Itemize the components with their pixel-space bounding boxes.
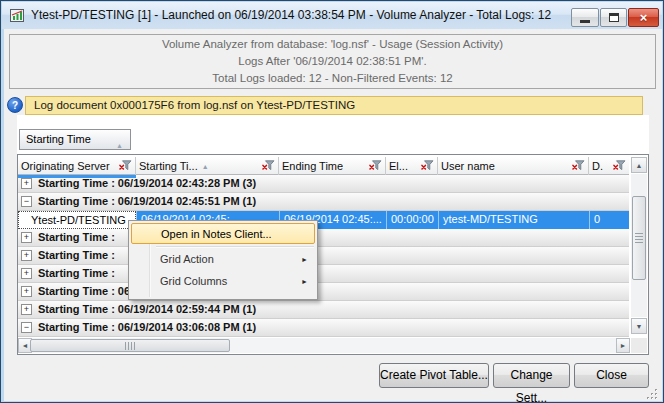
sort-asc-icon: ▲ bbox=[202, 163, 209, 170]
title-bar[interactable]: Ytest-PD/TESTING [1] - Launched on 06/19… bbox=[2, 2, 662, 29]
filter-icon[interactable] bbox=[369, 157, 382, 175]
info-line-database: Volume Analyzer from database: 'log.nsf'… bbox=[162, 36, 503, 53]
create-pivot-table-button[interactable]: Create Pivot Table... bbox=[379, 363, 489, 388]
expand-icon[interactable]: + bbox=[21, 268, 32, 279]
filter-icon[interactable] bbox=[421, 157, 434, 175]
column-header-originating-server[interactable]: Originating Server bbox=[18, 157, 136, 175]
filter-icon[interactable] bbox=[572, 157, 585, 175]
submenu-arrow-icon: ► bbox=[301, 272, 308, 292]
info-line-logs-after: Logs After '06/19/2014 02:38:51 PM'. bbox=[238, 53, 427, 70]
scroll-up-button[interactable]: ▲ bbox=[631, 157, 647, 173]
vertical-scroll-thumb[interactable] bbox=[632, 196, 646, 280]
status-bar: Log document 0x000175F6 from log.nsf on … bbox=[25, 96, 643, 115]
app-icon bbox=[10, 8, 25, 23]
menu-separator bbox=[156, 246, 314, 247]
sort-asc-icon: ▲ bbox=[116, 136, 123, 155]
column-highlight-strip bbox=[18, 175, 136, 178]
group-by-area: Starting Time ▲ bbox=[17, 115, 649, 154]
collapse-icon[interactable]: − bbox=[21, 322, 32, 333]
group-row[interactable]: + Starting Time : 06/19/2014 02:59:44 PM… bbox=[18, 301, 629, 319]
expand-icon[interactable]: + bbox=[21, 286, 32, 297]
expand-icon[interactable]: + bbox=[21, 250, 32, 261]
help-icon: ? bbox=[12, 100, 18, 111]
column-header-starting-time[interactable]: Starting Ti... ▲ bbox=[136, 157, 279, 175]
horizontal-scroll-thumb[interactable] bbox=[30, 339, 230, 352]
submenu-arrow-icon: ► bbox=[301, 250, 308, 270]
grid-header: Originating Server Starting Ti... ▲ Endi… bbox=[18, 157, 629, 175]
scroll-down-icon: ▼ bbox=[636, 323, 643, 330]
cell-elapsed[interactable]: 00:00:00 bbox=[386, 211, 438, 229]
cell-d[interactable]: 0 bbox=[589, 211, 629, 229]
minimize-button[interactable] bbox=[571, 8, 599, 27]
scroll-down-button[interactable]: ▼ bbox=[631, 318, 647, 334]
log-grid: Originating Server Starting Ti... ▲ Endi… bbox=[17, 154, 649, 355]
cell-originating-server[interactable]: Ytest-PD/TESTING bbox=[18, 211, 136, 229]
expand-icon[interactable]: + bbox=[21, 178, 32, 189]
filter-icon[interactable] bbox=[613, 157, 626, 175]
cell-user-name[interactable]: ytest-MD/TESTING bbox=[438, 211, 589, 229]
group-row[interactable]: − Starting Time : 06/19/2014 02:45:51 PM… bbox=[18, 193, 629, 211]
group-row[interactable]: + Starting Time : bbox=[18, 229, 629, 247]
volume-analyzer-window: Ytest-PD/TESTING [1] - Launched on 06/19… bbox=[0, 0, 664, 403]
close-button[interactable]: Close bbox=[574, 363, 649, 388]
vertical-scrollbar[interactable]: ▲ ▼ bbox=[631, 157, 647, 336]
menu-item-grid-columns[interactable]: Grid Columns ► bbox=[131, 271, 315, 292]
menu-item-open-in-notes-client[interactable]: Open in Notes Client... bbox=[131, 223, 315, 244]
expand-icon[interactable]: + bbox=[21, 232, 32, 243]
minimize-icon bbox=[580, 20, 590, 23]
scroll-right-icon: ► bbox=[620, 342, 627, 349]
close-window-button[interactable]: × bbox=[628, 8, 659, 27]
horizontal-scrollbar[interactable]: ◄ ► bbox=[18, 338, 630, 353]
expand-icon[interactable]: + bbox=[21, 304, 32, 315]
group-row[interactable]: + Starting Time : 06/19/2014 02:50:08 PM… bbox=[18, 283, 629, 301]
scroll-up-icon: ▲ bbox=[636, 162, 643, 169]
window-title: Ytest-PD/TESTING [1] - Launched on 06/19… bbox=[31, 8, 566, 22]
group-row[interactable]: + Starting Time : bbox=[18, 247, 629, 265]
help-button[interactable]: ? bbox=[7, 97, 23, 113]
thumb-grip-icon bbox=[635, 233, 643, 244]
maximize-button[interactable] bbox=[600, 8, 627, 27]
menu-item-grid-action[interactable]: Grid Action ► bbox=[131, 249, 315, 270]
group-row[interactable]: − Starting Time : 06/19/2014 03:06:08 PM… bbox=[18, 319, 629, 337]
filter-icon[interactable] bbox=[119, 157, 132, 175]
column-header-ending-time[interactable]: Ending Time bbox=[279, 157, 386, 175]
scrollbar-corner bbox=[631, 338, 647, 353]
thumb-grip-icon bbox=[125, 342, 136, 350]
log-detail-row[interactable]: Ytest-PD/TESTING 06/19/2014 02:45:... 06… bbox=[18, 211, 629, 229]
column-header-user-name[interactable]: User name bbox=[438, 157, 589, 175]
column-header-d[interactable]: D. bbox=[589, 157, 629, 175]
close-icon: × bbox=[640, 10, 648, 25]
group-by-button-starting-time[interactable]: Starting Time ▲ bbox=[19, 129, 131, 150]
column-header-elapsed[interactable]: El... bbox=[386, 157, 438, 175]
info-line-totals: Total Logs loaded: 12 - Non-Filtered Eve… bbox=[212, 70, 452, 87]
scroll-left-icon: ◄ bbox=[22, 342, 29, 349]
filter-icon[interactable] bbox=[262, 157, 275, 175]
maximize-icon bbox=[609, 13, 619, 22]
change-settings-button[interactable]: Change Sett... bbox=[493, 363, 570, 388]
context-menu: Open in Notes Client... Grid Action ► Gr… bbox=[128, 220, 318, 300]
info-panel: Volume Analyzer from database: 'log.nsf'… bbox=[9, 34, 656, 89]
collapse-icon[interactable]: − bbox=[21, 196, 32, 207]
resize-grip-icon[interactable] bbox=[646, 387, 659, 400]
scroll-right-button[interactable]: ► bbox=[616, 338, 630, 353]
status-text: Log document 0x000175F6 from log.nsf on … bbox=[34, 99, 355, 111]
group-row[interactable]: + Starting Time : bbox=[18, 265, 629, 283]
group-by-label: Starting Time bbox=[26, 133, 91, 145]
